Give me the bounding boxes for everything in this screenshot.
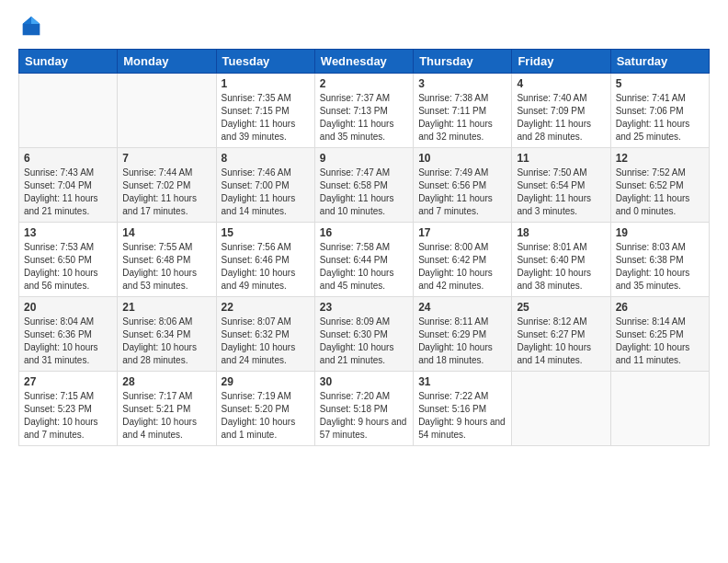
day-info: Sunrise: 8:00 AM Sunset: 6:42 PM Dayligh…: [418, 241, 506, 293]
day-cell: 16Sunrise: 7:58 AM Sunset: 6:44 PM Dayli…: [314, 223, 413, 297]
weekday-header-row: SundayMondayTuesdayWednesdayThursdayFrid…: [19, 50, 710, 74]
day-cell: 29Sunrise: 7:19 AM Sunset: 5:20 PM Dayli…: [216, 372, 314, 446]
day-cell: 31Sunrise: 7:22 AM Sunset: 5:16 PM Dayli…: [414, 372, 512, 446]
day-number: 26: [616, 301, 704, 314]
day-info: Sunrise: 7:20 AM Sunset: 5:18 PM Dayligh…: [320, 390, 408, 442]
day-cell: 21Sunrise: 8:06 AM Sunset: 6:34 PM Dayli…: [118, 297, 216, 372]
day-info: Sunrise: 7:38 AM Sunset: 7:11 PM Dayligh…: [418, 92, 506, 144]
day-info: Sunrise: 8:14 AM Sunset: 6:25 PM Dayligh…: [616, 316, 704, 367]
day-number: 6: [24, 152, 112, 165]
day-cell: 4Sunrise: 7:40 AM Sunset: 7:09 PM Daylig…: [512, 74, 610, 148]
day-number: 20: [24, 301, 112, 314]
header: [18, 14, 710, 40]
day-cell: 19Sunrise: 8:03 AM Sunset: 6:38 PM Dayli…: [610, 223, 709, 297]
day-cell: 27Sunrise: 7:15 AM Sunset: 5:23 PM Dayli…: [19, 372, 118, 446]
day-cell: 20Sunrise: 8:04 AM Sunset: 6:36 PM Dayli…: [19, 297, 118, 372]
day-number: 22: [222, 301, 310, 314]
day-cell: 1Sunrise: 7:35 AM Sunset: 7:15 PM Daylig…: [216, 74, 314, 148]
day-number: 7: [122, 152, 210, 165]
week-row-2: 6Sunrise: 7:43 AM Sunset: 7:04 PM Daylig…: [19, 148, 710, 223]
week-row-1: 1Sunrise: 7:35 AM Sunset: 7:15 PM Daylig…: [19, 74, 710, 148]
day-number: 4: [517, 77, 605, 90]
day-info: Sunrise: 7:55 AM Sunset: 6:48 PM Dayligh…: [122, 241, 210, 293]
svg-marker-2: [23, 17, 31, 24]
day-info: Sunrise: 7:43 AM Sunset: 7:04 PM Dayligh…: [24, 167, 112, 218]
day-cell: [610, 372, 709, 446]
day-cell: 2Sunrise: 7:37 AM Sunset: 7:13 PM Daylig…: [314, 74, 413, 148]
day-info: Sunrise: 8:03 AM Sunset: 6:38 PM Dayligh…: [616, 241, 704, 293]
page: SundayMondayTuesdayWednesdayThursdayFrid…: [0, 0, 728, 563]
day-info: Sunrise: 8:01 AM Sunset: 6:40 PM Dayligh…: [517, 241, 605, 293]
day-info: Sunrise: 7:35 AM Sunset: 7:15 PM Dayligh…: [222, 92, 310, 144]
day-number: 16: [320, 226, 408, 239]
day-info: Sunrise: 7:53 AM Sunset: 6:50 PM Dayligh…: [24, 241, 112, 293]
week-row-4: 20Sunrise: 8:04 AM Sunset: 6:36 PM Dayli…: [19, 297, 710, 372]
day-info: Sunrise: 7:22 AM Sunset: 5:16 PM Dayligh…: [418, 390, 506, 442]
day-info: Sunrise: 7:56 AM Sunset: 6:46 PM Dayligh…: [222, 241, 310, 293]
day-number: 5: [616, 77, 704, 90]
day-number: 17: [418, 226, 506, 239]
day-cell: 25Sunrise: 8:12 AM Sunset: 6:27 PM Dayli…: [512, 297, 610, 372]
day-number: 31: [418, 375, 506, 388]
weekday-header-saturday: Saturday: [610, 50, 709, 74]
logo: [18, 14, 48, 40]
day-info: Sunrise: 8:07 AM Sunset: 6:32 PM Dayligh…: [222, 316, 310, 367]
day-number: 27: [24, 375, 112, 388]
day-info: Sunrise: 7:15 AM Sunset: 5:23 PM Dayligh…: [24, 390, 112, 442]
day-cell: 11Sunrise: 7:50 AM Sunset: 6:54 PM Dayli…: [512, 148, 610, 223]
day-number: 30: [320, 375, 408, 388]
day-cell: 28Sunrise: 7:17 AM Sunset: 5:21 PM Dayli…: [118, 372, 216, 446]
day-number: 8: [222, 152, 310, 165]
svg-marker-1: [31, 17, 40, 24]
day-info: Sunrise: 7:19 AM Sunset: 5:20 PM Dayligh…: [222, 390, 310, 442]
day-info: Sunrise: 7:44 AM Sunset: 7:02 PM Dayligh…: [122, 167, 210, 218]
day-info: Sunrise: 7:46 AM Sunset: 7:00 PM Dayligh…: [222, 167, 310, 218]
day-info: Sunrise: 8:11 AM Sunset: 6:29 PM Dayligh…: [418, 316, 506, 367]
day-cell: 14Sunrise: 7:55 AM Sunset: 6:48 PM Dayli…: [118, 223, 216, 297]
day-cell: [19, 74, 118, 148]
day-info: Sunrise: 7:50 AM Sunset: 6:54 PM Dayligh…: [517, 167, 605, 218]
day-number: 25: [517, 301, 605, 314]
day-cell: 3Sunrise: 7:38 AM Sunset: 7:11 PM Daylig…: [414, 74, 512, 148]
day-cell: [118, 74, 216, 148]
day-number: 18: [517, 226, 605, 239]
day-cell: 17Sunrise: 8:00 AM Sunset: 6:42 PM Dayli…: [414, 223, 512, 297]
day-cell: 9Sunrise: 7:47 AM Sunset: 6:58 PM Daylig…: [314, 148, 413, 223]
day-info: Sunrise: 7:58 AM Sunset: 6:44 PM Dayligh…: [320, 241, 408, 293]
day-number: 12: [616, 152, 704, 165]
day-cell: 13Sunrise: 7:53 AM Sunset: 6:50 PM Dayli…: [19, 223, 118, 297]
day-number: 14: [122, 226, 210, 239]
weekday-header-friday: Friday: [512, 50, 610, 74]
day-cell: 18Sunrise: 8:01 AM Sunset: 6:40 PM Dayli…: [512, 223, 610, 297]
day-number: 23: [320, 301, 408, 314]
day-cell: 22Sunrise: 8:07 AM Sunset: 6:32 PM Dayli…: [216, 297, 314, 372]
day-info: Sunrise: 7:37 AM Sunset: 7:13 PM Dayligh…: [320, 92, 408, 144]
week-row-5: 27Sunrise: 7:15 AM Sunset: 5:23 PM Dayli…: [19, 372, 710, 446]
day-info: Sunrise: 7:17 AM Sunset: 5:21 PM Dayligh…: [122, 390, 210, 442]
day-number: 21: [122, 301, 210, 314]
day-info: Sunrise: 8:12 AM Sunset: 6:27 PM Dayligh…: [517, 316, 605, 367]
week-row-3: 13Sunrise: 7:53 AM Sunset: 6:50 PM Dayli…: [19, 223, 710, 297]
day-cell: 8Sunrise: 7:46 AM Sunset: 7:00 PM Daylig…: [216, 148, 314, 223]
day-number: 2: [320, 77, 408, 90]
day-number: 19: [616, 226, 704, 239]
day-number: 29: [222, 375, 310, 388]
day-number: 15: [222, 226, 310, 239]
day-number: 11: [517, 152, 605, 165]
day-info: Sunrise: 8:06 AM Sunset: 6:34 PM Dayligh…: [122, 316, 210, 367]
day-cell: 12Sunrise: 7:52 AM Sunset: 6:52 PM Dayli…: [610, 148, 709, 223]
weekday-header-thursday: Thursday: [414, 50, 512, 74]
day-info: Sunrise: 7:47 AM Sunset: 6:58 PM Dayligh…: [320, 167, 408, 218]
weekday-header-wednesday: Wednesday: [314, 50, 413, 74]
day-cell: 7Sunrise: 7:44 AM Sunset: 7:02 PM Daylig…: [118, 148, 216, 223]
day-cell: 5Sunrise: 7:41 AM Sunset: 7:06 PM Daylig…: [610, 74, 709, 148]
day-cell: 30Sunrise: 7:20 AM Sunset: 5:18 PM Dayli…: [314, 372, 413, 446]
day-cell: [512, 372, 610, 446]
day-number: 10: [418, 152, 506, 165]
weekday-header-tuesday: Tuesday: [216, 50, 314, 74]
day-info: Sunrise: 8:04 AM Sunset: 6:36 PM Dayligh…: [24, 316, 112, 367]
day-cell: 26Sunrise: 8:14 AM Sunset: 6:25 PM Dayli…: [610, 297, 709, 372]
day-info: Sunrise: 7:49 AM Sunset: 6:56 PM Dayligh…: [418, 167, 506, 218]
day-cell: 10Sunrise: 7:49 AM Sunset: 6:56 PM Dayli…: [414, 148, 512, 223]
day-cell: 23Sunrise: 8:09 AM Sunset: 6:30 PM Dayli…: [314, 297, 413, 372]
